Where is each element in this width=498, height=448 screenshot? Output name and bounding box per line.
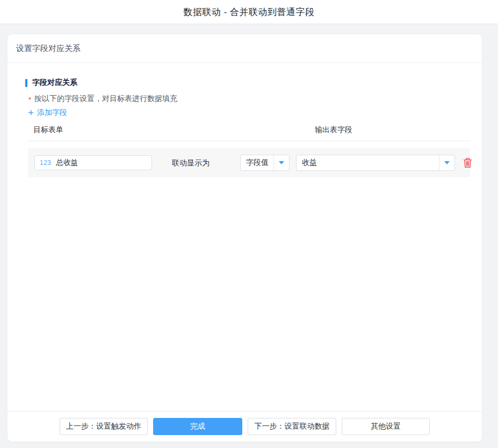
trash-icon bbox=[463, 158, 472, 168]
mapping-table-header: 目标表单 输出表字段 bbox=[28, 125, 470, 134]
numeric-field-type-badge: 123 bbox=[40, 159, 52, 167]
prev-step-button[interactable]: 上一步：设置触发动作 bbox=[60, 418, 148, 435]
target-field-input[interactable]: 123 总收益 bbox=[34, 155, 152, 170]
header-divider bbox=[28, 141, 470, 141]
add-field-button[interactable]: + 添加字段 bbox=[28, 108, 67, 118]
required-note: * 按以下的字段设置，对目标表进行数据填充 bbox=[28, 94, 470, 104]
finish-button[interactable]: 完成 bbox=[153, 418, 242, 435]
settings-card: 设置字段对应关系 字段对应关系 * 按以下的字段设置，对目标表进行数据填充 + … bbox=[8, 34, 482, 442]
section-accent-bar bbox=[25, 79, 27, 87]
section-title: 字段对应关系 bbox=[25, 78, 470, 88]
display-mode-value: 字段值 bbox=[241, 158, 273, 168]
card-header: 设置字段对应关系 bbox=[8, 34, 482, 63]
output-field-caret-zone[interactable] bbox=[439, 155, 454, 170]
column-header-output: 输出表字段 bbox=[315, 125, 352, 135]
section-title-label: 字段对应关系 bbox=[32, 78, 77, 88]
footer-actions: 上一步：设置触发动作 完成 下一步：设置联动数据 其他设置 bbox=[8, 411, 482, 442]
display-mode-select[interactable]: 字段值 bbox=[240, 155, 290, 171]
output-field-value: 收益 bbox=[297, 158, 439, 168]
other-settings-button[interactable]: 其他设置 bbox=[342, 418, 430, 435]
delete-row-button[interactable] bbox=[461, 156, 474, 169]
caret-down-icon bbox=[279, 161, 284, 164]
required-asterisk: * bbox=[28, 96, 31, 104]
plus-icon: + bbox=[28, 108, 34, 118]
add-field-row: + 添加字段 bbox=[28, 108, 470, 119]
required-note-text: 按以下的字段设置，对目标表进行数据填充 bbox=[34, 94, 177, 104]
card-body: 字段对应关系 * 按以下的字段设置，对目标表进行数据填充 + 添加字段 目标表单… bbox=[8, 63, 482, 411]
card-header-title: 设置字段对应关系 bbox=[16, 44, 81, 54]
column-header-target: 目标表单 bbox=[33, 125, 63, 134]
target-field-value: 总收益 bbox=[56, 158, 78, 168]
output-field-select[interactable]: 收益 bbox=[296, 155, 455, 171]
dialog-title: 数据联动 - 合并联动到普通字段 bbox=[183, 6, 314, 18]
display-mode-caret-zone[interactable] bbox=[273, 155, 289, 170]
next-step-button[interactable]: 下一步：设置联动数据 bbox=[248, 418, 336, 435]
caret-down-icon bbox=[444, 161, 450, 164]
add-field-label: 添加字段 bbox=[37, 108, 67, 118]
dialog-titlebar: 数据联动 - 合并联动到普通字段 bbox=[0, 0, 498, 24]
mapping-row: 123 总收益 联动显示为 字段值 收益 bbox=[28, 148, 470, 177]
relation-label: 联动显示为 bbox=[172, 148, 210, 177]
